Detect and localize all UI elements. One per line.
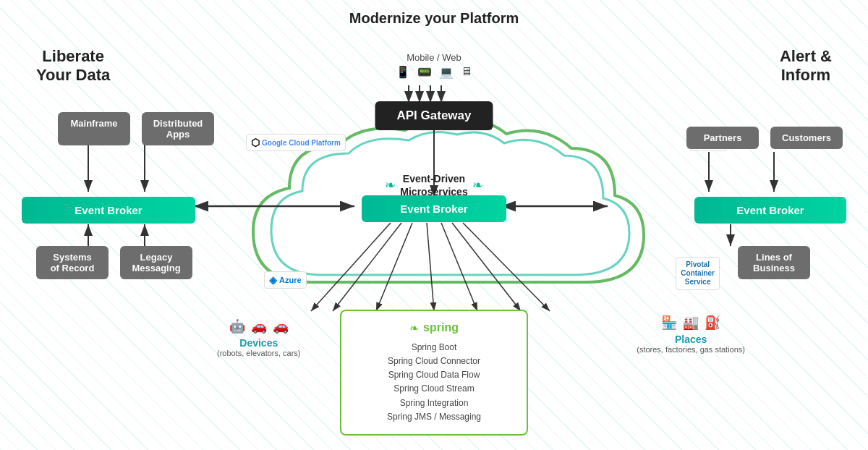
spring-leaf-logo: ❧ — [409, 321, 419, 335]
spring-item-4: Spring Cloud Stream — [363, 382, 505, 396]
page: Modernize your Platform Liberate Your Da… — [0, 0, 868, 450]
laptop-icon: 💻 — [439, 65, 454, 79]
spring-items: Spring Boot Spring Cloud Connector Sprin… — [363, 341, 505, 424]
spring-item-1: Spring Boot — [363, 341, 505, 355]
spring-item-6: Spring JMS / Messaging — [363, 410, 505, 424]
event-driven-center: ❧ Event-DrivenMicroservices ❧ — [385, 172, 482, 198]
legacy-messaging-box: Legacy Messaging — [120, 246, 192, 279]
liberate-line1: Liberate — [36, 47, 110, 66]
car-icon: 🚗 — [273, 318, 289, 334]
left-section-title: Liberate Your Data — [36, 47, 110, 85]
partners-box: Partners — [686, 127, 759, 149]
gas-icon: ⛽ — [705, 315, 720, 331]
left-bottom-boxes: Systems of Record Legacy Messaging — [36, 246, 192, 279]
desktop-icon: 🖥 — [461, 65, 472, 79]
mainframe-box: Mainframe — [58, 112, 130, 145]
alert-line2: Inform — [780, 66, 832, 85]
right-top-boxes: Partners Customers — [686, 127, 843, 149]
elevator-icon: 🚗 — [251, 318, 267, 334]
mobile-web-label: Mobile / Web — [407, 52, 461, 63]
devices-sub: (robots, elevators, cars) — [217, 349, 301, 357]
store-icon: 🏪 — [661, 315, 677, 331]
spring-leaf-icon: ❧ — [385, 177, 396, 193]
devices-label: Devices — [217, 337, 301, 349]
api-gateway: API Gateway — [375, 101, 493, 130]
liberate-line2: Your Data — [36, 66, 110, 85]
gcp-logo: ⬡ Google Cloud Platform — [246, 134, 346, 151]
customers-box: Customers — [770, 127, 843, 149]
devices-section: 🤖 🚗 🚗 Devices (robots, elevators, cars) — [217, 318, 301, 357]
pivotal-logo: Pivotal Container Service — [676, 257, 720, 290]
left-event-broker: Event Broker — [22, 197, 195, 224]
places-sub: (stores, factories, gas stations) — [637, 345, 745, 354]
systems-of-record-box: Systems of Record — [36, 246, 109, 279]
azure-logo: ◈ Azure — [264, 271, 307, 289]
right-section-title: Alert & Inform — [780, 47, 832, 85]
places-section: 🏪 🏭 ⛽ Places (stores, factories, gas sta… — [637, 315, 745, 354]
places-label: Places — [637, 334, 745, 345]
spring-item-2: Spring Cloud Connector — [363, 355, 505, 368]
spring-box: ❧ spring Spring Boot Spring Cloud Connec… — [340, 310, 528, 436]
spring-item-5: Spring Integration — [363, 396, 505, 410]
main-title: Modernize your Platform — [349, 10, 519, 27]
left-top-boxes: Mainframe Distributed Apps — [58, 112, 214, 145]
alert-line1: Alert & — [780, 47, 832, 66]
lines-of-business-box: Lines of Business — [738, 246, 810, 279]
mobile-icons: 📱 📟 💻 🖥 — [396, 65, 472, 79]
factory-icon: 🏭 — [683, 315, 699, 331]
phone-icon: 📱 — [396, 65, 410, 79]
distributed-apps-box: Distributed Apps — [142, 112, 214, 145]
robot-icon: 🤖 — [229, 318, 245, 334]
spring-header: ❧ spring — [363, 321, 505, 335]
spring-item-3: Spring Cloud Data Flow — [363, 368, 505, 382]
tablet-icon: 📟 — [417, 65, 432, 79]
spring-leaf-icon2: ❧ — [472, 177, 483, 193]
right-event-broker: Event Broker — [694, 197, 846, 224]
event-driven-label: Event-DrivenMicroservices — [400, 172, 467, 198]
spring-title: spring — [423, 321, 459, 334]
center-event-broker: Event Broker — [362, 195, 506, 222]
